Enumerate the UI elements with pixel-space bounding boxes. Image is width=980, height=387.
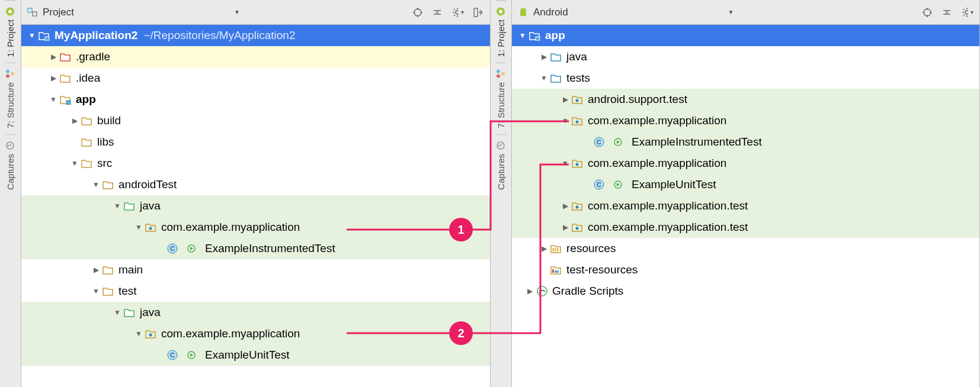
sidebar-tab-structure[interactable]: 7: Structure xyxy=(496,63,506,134)
chevron-down-icon[interactable]: ▼ xyxy=(69,159,81,167)
settings-button[interactable]: ▾ xyxy=(452,7,464,18)
tree-item[interactable]: ▼ java xyxy=(21,195,490,217)
gradle-icon xyxy=(536,285,549,298)
tree-item[interactable]: test-resources xyxy=(512,259,979,280)
tree-item-package[interactable]: ▼ com.example.myapplication xyxy=(21,217,490,238)
chevron-down-icon[interactable]: ▼ xyxy=(111,308,123,317)
tree-item-package[interactable]: ▼ com.example.myapplication xyxy=(512,153,979,174)
tree-root[interactable]: ▼ app xyxy=(512,25,979,46)
tree-item[interactable]: ▼ tests xyxy=(512,67,979,89)
tree-item-package[interactable]: ▼ com.example.myapplication xyxy=(21,323,490,344)
chevron-right-icon[interactable]: ▶ xyxy=(559,202,571,210)
tree-label: androidTest xyxy=(119,178,177,192)
tree-item[interactable]: ▶ java xyxy=(512,46,979,67)
spacer-icon xyxy=(538,266,550,274)
chevron-right-icon[interactable]: ▶ xyxy=(69,117,81,125)
module-icon xyxy=(529,29,542,42)
folder-icon xyxy=(550,242,563,255)
tree-label: ExampleInstrumentedTest xyxy=(632,136,762,149)
tree-label: tests xyxy=(566,72,590,85)
locate-button[interactable] xyxy=(921,7,933,18)
chevron-down-icon[interactable]: ▼ xyxy=(133,330,145,338)
locate-button[interactable] xyxy=(412,7,424,18)
chevron-down-icon[interactable]: ▼ xyxy=(90,287,102,295)
chevron-right-icon[interactable]: ▶ xyxy=(47,74,59,82)
module-icon xyxy=(59,93,72,106)
spacer-icon xyxy=(581,138,593,146)
chevron-right-icon[interactable]: ▶ xyxy=(47,53,59,61)
chevron-right-icon[interactable]: ▶ xyxy=(559,95,571,104)
tree-item[interactable]: libs xyxy=(21,131,490,153)
sidebar-tab-project[interactable]: 1: Project xyxy=(496,0,506,63)
hide-panel-button[interactable] xyxy=(472,7,484,18)
tree-label: android.support.test xyxy=(588,93,687,107)
chevron-down-icon[interactable]: ▼ xyxy=(47,95,59,104)
package-icon xyxy=(571,221,584,234)
run-icon xyxy=(611,178,624,191)
chevron-down-icon[interactable]: ▼ xyxy=(559,117,571,125)
chevron-right-icon[interactable]: ▶ xyxy=(524,287,536,295)
tree-label: main xyxy=(119,263,143,277)
chevron-down-icon[interactable]: ▼ xyxy=(111,202,123,210)
right-sidebar: 1: Project 7: Structure Captures xyxy=(491,0,512,387)
chevron-down-icon[interactable]: ▼ xyxy=(26,31,38,40)
tree-item[interactable]: ▶ resources xyxy=(512,238,979,259)
tree-item-package[interactable]: ▶ com.example.myapplication.test xyxy=(512,217,979,238)
left-sidebar: 1: Project 7: Structure Captures xyxy=(0,0,21,387)
tree-item-gradle[interactable]: ▶ Gradle Scripts xyxy=(512,280,979,302)
tree-item-class[interactable]: ExampleUnitTest xyxy=(512,174,979,195)
tree-label: app xyxy=(545,29,565,43)
chevron-down-icon[interactable]: ▼ xyxy=(517,31,529,40)
chevron-down-icon[interactable]: ▼ xyxy=(559,159,571,167)
android-tool-header: Android ▼ ▾ xyxy=(512,0,979,25)
tree-item[interactable]: ▼ androidTest xyxy=(21,174,490,195)
folder-icon xyxy=(81,114,94,127)
sidebar-tab-project[interactable]: 1: Project xyxy=(5,0,15,63)
chevron-down-icon[interactable]: ▼ xyxy=(90,180,102,189)
class-icon xyxy=(593,178,606,191)
tree-label: com.example.myapplication xyxy=(161,221,300,234)
tree-item[interactable]: ▼ test xyxy=(21,280,490,302)
view-mode-selector[interactable]: Android ▼ xyxy=(518,7,734,18)
tree-root[interactable]: ▼ MyApplication2 ~/Repositories/MyApplic… xyxy=(21,25,490,46)
chevron-right-icon[interactable]: ▶ xyxy=(538,53,550,61)
tree-label: app xyxy=(76,93,96,107)
sidebar-tab-captures[interactable]: Captures xyxy=(5,134,15,196)
collapse-all-button[interactable] xyxy=(432,7,444,18)
tree-item[interactable]: ▼ java xyxy=(21,302,490,323)
tree-item[interactable]: ▶ build xyxy=(21,110,490,131)
tree-item[interactable]: ▼ src xyxy=(21,153,490,174)
tree-item[interactable]: ▶ .idea xyxy=(21,67,490,89)
tree-label: libs xyxy=(97,136,114,149)
sidebar-tab-captures[interactable]: Captures xyxy=(496,134,506,196)
project-tree[interactable]: ▼ MyApplication2 ~/Repositories/MyApplic… xyxy=(21,25,490,387)
tree-item-class[interactable]: ExampleUnitTest xyxy=(21,344,490,366)
tree-item-package[interactable]: ▶ com.example.myapplication.test xyxy=(512,195,979,217)
view-mode-icon xyxy=(27,7,38,18)
package-icon xyxy=(145,327,158,340)
collapse-all-button[interactable] xyxy=(941,7,953,18)
tree-item-class[interactable]: ExampleInstrumentedTest xyxy=(512,131,979,153)
folder-icon xyxy=(102,285,115,298)
chevron-right-icon[interactable]: ▶ xyxy=(538,244,550,253)
chevron-right-icon[interactable]: ▶ xyxy=(90,266,102,274)
chevron-down-icon[interactable]: ▼ xyxy=(538,74,550,82)
tree-item-class[interactable]: ExampleInstrumentedTest xyxy=(21,238,490,259)
tree-item-app[interactable]: ▼ app xyxy=(21,89,490,110)
folder-icon xyxy=(123,199,136,212)
view-mode-selector[interactable]: Project ▼ xyxy=(27,7,240,18)
chevron-right-icon[interactable]: ▶ xyxy=(559,223,571,231)
tree-item-package[interactable]: ▶ android.support.test xyxy=(512,89,979,110)
tree-item[interactable]: ▶ .gradle xyxy=(21,46,490,67)
android-tree[interactable]: ▼ app ▶ java ▼ tests ▶ android.support.t… xyxy=(512,25,979,387)
tree-item[interactable]: ▶ main xyxy=(21,259,490,280)
settings-button[interactable]: ▾ xyxy=(962,7,973,18)
chevron-down-icon[interactable]: ▼ xyxy=(133,223,145,231)
tree-item-package[interactable]: ▼ com.example.myapplication xyxy=(512,110,979,131)
package-icon xyxy=(571,114,584,127)
sidebar-tab-structure[interactable]: 7: Structure xyxy=(5,63,15,134)
tree-label: com.example.myapplication xyxy=(588,114,726,128)
android-view-panel: 1: Project 7: Structure Captures Android… xyxy=(491,0,980,387)
callout-number: 2 xyxy=(457,327,464,340)
tree-label: ExampleUnitTest xyxy=(205,349,290,362)
